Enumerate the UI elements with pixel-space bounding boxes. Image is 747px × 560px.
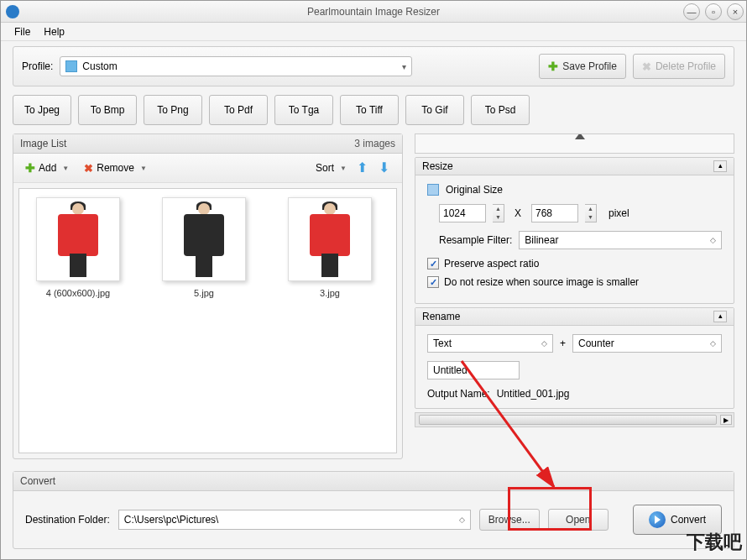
no-resize-smaller-label: Do not resize when source image is small… (444, 276, 639, 288)
format-tab-to-bmp[interactable]: To Bmp (78, 95, 137, 125)
output-name-value: Untitled_001.jpg (497, 388, 570, 400)
width-spinner[interactable]: ▲▼ (493, 204, 504, 222)
play-icon (649, 511, 666, 528)
convert-title: Convert (20, 475, 55, 487)
resize-title: Resize (422, 160, 453, 172)
right-panel: Resize ▴ Original Size ▲▼ X (415, 133, 734, 459)
format-tab-to-gif[interactable]: To Gif (405, 95, 464, 125)
image-count: 3 images (354, 138, 395, 149)
menu-help[interactable]: Help (37, 24, 71, 39)
quality-slider[interactable] (415, 133, 734, 154)
thumbnail-area: 4 (600x600).jpg5.jpg3.jpg (18, 188, 397, 453)
watermark: 下载吧 (687, 530, 742, 555)
unit-label: pixel (609, 207, 629, 219)
resize-section: Resize ▴ Original Size ▲▼ X (415, 157, 734, 304)
chevron-down-icon: ◇ (459, 516, 465, 524)
plus-icon: ✚ (25, 161, 35, 175)
panel-scrollbar[interactable]: ▶ (415, 412, 734, 427)
list-item[interactable]: 4 (600x600).jpg (28, 197, 128, 298)
minimize-button[interactable]: — (683, 3, 700, 20)
rename-text-input[interactable] (427, 361, 520, 379)
profile-select[interactable]: Custom ▾ (60, 56, 412, 76)
rename-section: Rename ▴ Text ◇ + Counter ◇ (415, 307, 734, 409)
menu-file[interactable]: File (8, 24, 37, 39)
add-button[interactable]: ✚ Add ▼ (20, 159, 74, 177)
app-window: Pearlmountain Image Resizer — ▫ × File H… (0, 0, 747, 560)
delete-profile-button: ✖ Delete Profile (633, 54, 725, 79)
image-list-panel: Image List 3 images ✚ Add ▼ ✖ Remove ▼ (13, 133, 403, 459)
rename-title: Rename (422, 311, 460, 322)
chevron-down-icon: ◇ (710, 339, 716, 348)
list-item[interactable]: 5.jpg (154, 197, 254, 298)
sort-button[interactable]: Sort ▼ (311, 160, 352, 176)
collapse-button[interactable]: ▴ (713, 311, 727, 322)
format-tabs: To JpegTo BmpTo PngTo PdfTo TgaTo TiffTo… (13, 95, 734, 125)
open-button[interactable]: Open (548, 509, 609, 531)
destination-label: Destination Folder: (25, 514, 110, 526)
menubar: File Help (1, 23, 746, 41)
format-tab-to-jpeg[interactable]: To Jpeg (13, 95, 71, 125)
scroll-thumb[interactable] (419, 415, 717, 425)
thumbnail-label: 4 (600x600).jpg (28, 288, 128, 298)
close-button[interactable]: × (727, 3, 744, 20)
plus-icon: ✚ (548, 60, 558, 73)
move-down-button[interactable]: ⬇ (379, 160, 395, 176)
destination-input[interactable]: C:\Users\pc\Pictures\ ◇ (118, 510, 471, 530)
scroll-right-icon[interactable]: ▶ (720, 415, 732, 425)
thumbnail-label: 3.jpg (279, 288, 380, 298)
original-size-label: Original Size (446, 184, 503, 196)
filter-select[interactable]: Bilinear ◇ (519, 231, 722, 249)
format-tab-to-psd[interactable]: To Psd (471, 95, 530, 125)
profile-bar: Profile: Custom ▾ ✚ Save Profile ✖ Delet… (13, 46, 734, 86)
app-icon (6, 5, 19, 18)
preserve-ratio-label: Preserve aspect ratio (444, 258, 539, 270)
filter-label: Resample Filter: (439, 234, 512, 246)
rename-mode2-select[interactable]: Counter ◇ (572, 334, 722, 353)
height-spinner[interactable]: ▲▼ (585, 204, 597, 222)
profile-doc-icon (65, 60, 77, 72)
window-title: Pearlmountain Image Resizer (307, 6, 440, 18)
preserve-ratio-checkbox[interactable] (427, 258, 439, 270)
chevron-down-icon: ▼ (340, 165, 347, 172)
no-resize-smaller-checkbox[interactable] (427, 276, 439, 288)
remove-icon: ✖ (84, 162, 93, 175)
remove-button[interactable]: ✖ Remove ▼ (79, 160, 152, 177)
chevron-down-icon: ▾ (402, 62, 406, 71)
format-tab-to-pdf[interactable]: To Pdf (209, 95, 268, 125)
delete-icon: ✖ (642, 60, 651, 73)
thumbnail-label: 5.jpg (154, 288, 254, 298)
format-tab-to-tga[interactable]: To Tga (274, 95, 333, 125)
profile-value: Custom (82, 60, 117, 72)
image-list-title: Image List (20, 138, 66, 149)
rename-mode1-select[interactable]: Text ◇ (427, 334, 553, 353)
profile-label: Profile: (22, 60, 53, 72)
save-profile-button[interactable]: ✚ Save Profile (539, 54, 626, 79)
chevron-down-icon: ▼ (140, 165, 147, 172)
collapse-button[interactable]: ▴ (713, 160, 727, 172)
output-name-label: Output Name: (427, 388, 490, 400)
width-input[interactable] (439, 204, 486, 222)
original-size-icon (427, 184, 439, 196)
move-up-button[interactable]: ⬆ (357, 160, 374, 176)
format-tab-to-tiff[interactable]: To Tiff (340, 95, 399, 125)
browse-button[interactable]: Browse... (479, 509, 540, 531)
titlebar: Pearlmountain Image Resizer — ▫ × (1, 1, 746, 23)
chevron-down-icon: ◇ (710, 236, 716, 244)
convert-panel: Convert Destination Folder: C:\Users\pc\… (13, 471, 734, 549)
height-input[interactable] (531, 204, 578, 222)
format-tab-to-png[interactable]: To Png (144, 95, 202, 125)
list-item[interactable]: 3.jpg (279, 197, 380, 298)
image-list-toolbar: ✚ Add ▼ ✖ Remove ▼ Sort ▼ ⬆ ⬇ (13, 154, 402, 183)
maximize-button[interactable]: ▫ (705, 3, 722, 20)
chevron-down-icon: ▼ (62, 165, 69, 172)
chevron-down-icon: ◇ (541, 339, 547, 348)
quality-handle-icon (575, 133, 585, 139)
